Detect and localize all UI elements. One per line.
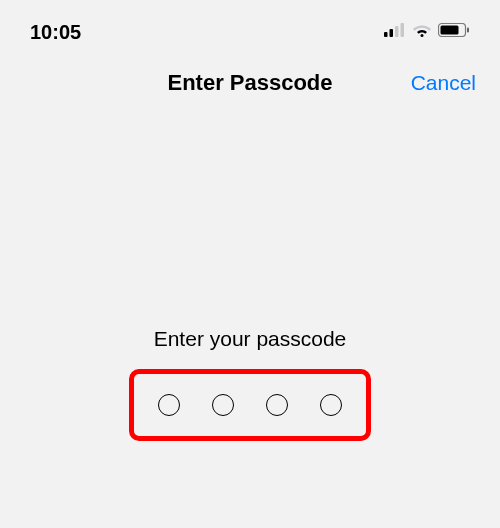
status-icons bbox=[384, 23, 470, 41]
svg-rect-3 bbox=[401, 23, 405, 37]
svg-rect-1 bbox=[390, 29, 394, 37]
svg-rect-6 bbox=[441, 26, 459, 35]
battery-icon bbox=[438, 23, 470, 41]
status-time: 10:05 bbox=[30, 21, 81, 44]
wifi-icon bbox=[412, 23, 432, 41]
svg-point-4 bbox=[421, 34, 424, 37]
passcode-dot-2 bbox=[212, 394, 234, 416]
passcode-input[interactable] bbox=[129, 369, 371, 441]
cellular-icon bbox=[384, 23, 406, 41]
passcode-dot-3 bbox=[266, 394, 288, 416]
content-area: Enter your passcode bbox=[0, 112, 500, 441]
status-bar: 10:05 bbox=[0, 0, 500, 50]
svg-rect-7 bbox=[467, 28, 469, 33]
svg-rect-2 bbox=[395, 26, 399, 37]
passcode-dot-1 bbox=[158, 394, 180, 416]
nav-bar: Enter Passcode Cancel bbox=[0, 50, 500, 112]
passcode-dot-4 bbox=[320, 394, 342, 416]
page-title: Enter Passcode bbox=[167, 70, 332, 96]
cancel-button[interactable]: Cancel bbox=[411, 71, 476, 95]
svg-rect-0 bbox=[384, 32, 388, 37]
passcode-prompt: Enter your passcode bbox=[154, 327, 347, 351]
